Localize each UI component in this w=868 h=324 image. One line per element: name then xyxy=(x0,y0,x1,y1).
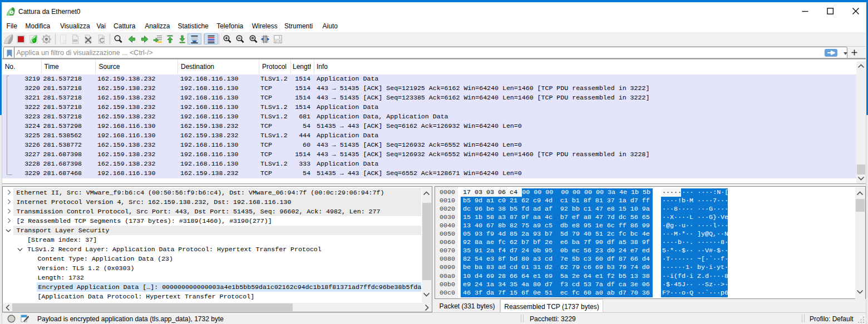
svg-text:3: 3 xyxy=(279,39,280,43)
svg-text:010: 010 xyxy=(73,39,77,42)
svg-text:1: 1 xyxy=(278,36,280,39)
svg-text:2: 2 xyxy=(275,39,277,43)
